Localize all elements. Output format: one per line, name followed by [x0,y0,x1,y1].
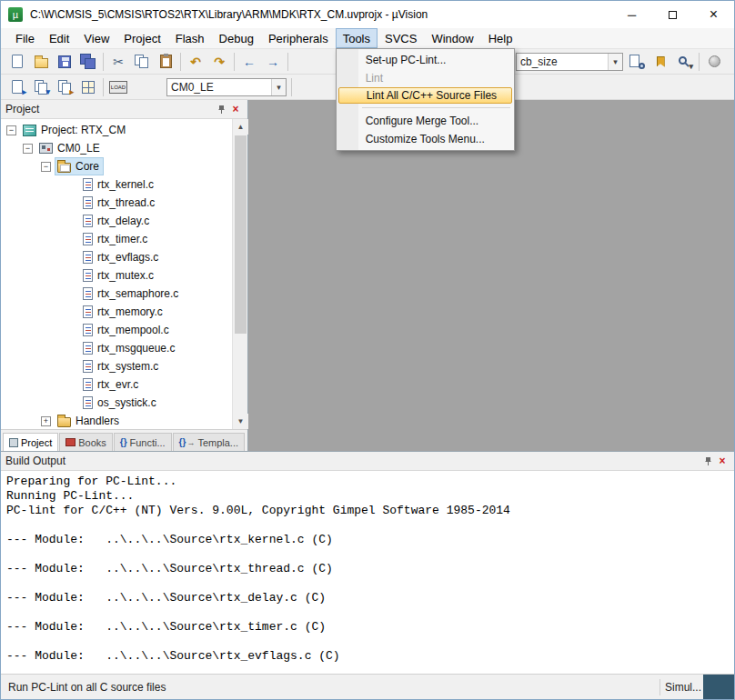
close-panel-button[interactable]: × [228,102,243,116]
c-file-icon [83,269,93,282]
save-button[interactable] [54,51,76,73]
build-arrow-icon: ▾ [45,88,50,96]
save-all-button[interactable] [77,51,99,73]
close-button[interactable]: × [693,1,734,28]
scrollbar-thumb[interactable] [235,135,247,334]
tree-item-label: os_systick.c [97,396,156,409]
menu-item-svcs[interactable]: SVCS [378,28,424,48]
find-input[interactable] [517,55,608,68]
bookmark-button[interactable] [649,51,671,73]
menu-item-file[interactable]: File [8,28,42,48]
tree-scrollbar[interactable]: ▲ ▼ [232,119,247,429]
menu-item-debug[interactable]: Debug [212,28,261,48]
navigate-forward-button[interactable]: → [262,51,284,73]
search-button[interactable]: ▾ [673,51,695,73]
menu-item-view[interactable]: View [76,28,116,48]
tree-item-file[interactable]: rtx_memory.c [1,303,232,321]
folder-closed-icon [57,417,71,427]
paste-icon [160,55,172,68]
build-output-body[interactable]: Preparing for PC-Lint... Running PC-Lint… [1,471,734,674]
build-output-line [6,518,729,533]
menu-item-lint-all-sources[interactable]: Lint All C/C++ Source Files [338,87,512,104]
menu-item-flash[interactable]: Flash [168,28,212,48]
menu-item-project[interactable]: Project [116,28,167,48]
build-button[interactable]: ▾ [30,76,52,98]
menu-item-tools[interactable]: Tools Set-up PC-Lint... Lint Lint All C/… [336,28,378,48]
maximize-button[interactable] [652,1,693,28]
tree-item-file[interactable]: rtx_thread.c [1,194,232,212]
redo-button[interactable]: ↷ [208,51,230,73]
tree-item-file[interactable]: os_systick.c [1,394,232,412]
tree-item-file[interactable]: rtx_semaphore.c [1,285,232,303]
find-in-files-button[interactable] [626,51,648,73]
download-button[interactable]: LOAD [107,76,129,98]
build-output-line: Running PC-Lint... [6,489,729,504]
target-icon [39,143,53,154]
scroll-up-button[interactable]: ▲ [233,119,248,135]
c-file-icon [83,233,93,245]
target-combo[interactable]: CM0_LE ▾ [166,78,287,96]
tree-item-file[interactable]: rtx_kernel.c [1,175,232,194]
tree-item-file[interactable]: rtx_evflags.c [1,248,232,266]
expand-toggle[interactable]: − [23,144,33,154]
tree-item-file[interactable]: rtx_msgqueue.c [1,339,232,357]
minimize-icon: ─ [628,8,636,22]
expand-toggle[interactable]: − [41,162,51,172]
menu-item-help[interactable]: Help [481,28,520,48]
find-combo[interactable]: ▾ [516,53,623,71]
tree-item-file[interactable]: rtx_delay.c [1,212,232,230]
tree-item-file[interactable]: rtx_system.c [1,357,232,375]
tree-item-file[interactable]: rtx_mutex.c [1,266,232,285]
menu-item-setup-pc-lint[interactable]: Set-up PC-Lint... [338,51,512,69]
open-file-button[interactable] [30,51,52,73]
find-combo-dropdown[interactable]: ▾ [608,54,622,70]
menu-item-configure-merge-tool[interactable]: Configure Merge Tool... [338,112,512,130]
tab-templates[interactable]: {} → Templa... [173,433,245,451]
build-output-line: Preparing for PC-Lint... [6,475,729,489]
paste-button[interactable] [155,51,176,73]
tree-item-file[interactable]: rtx_evr.c [1,375,232,394]
batch-build-button[interactable] [77,76,99,98]
tree-item-handlers-group[interactable]: + Handlers [1,412,232,429]
menu-item-customize-tools-menu[interactable]: Customize Tools Menu... [338,130,512,148]
tree-item-label: rtx_evflags.c [97,251,158,264]
tab-functions[interactable]: {} Functi... [114,433,172,451]
tree-item-label: rtx_evr.c [97,378,138,391]
expand-toggle[interactable]: + [41,416,51,426]
close-panel-button[interactable]: × [715,454,730,468]
c-file-icon [83,178,93,191]
pin-icon [703,456,713,466]
minimize-button[interactable]: ─ [611,1,652,28]
new-file-button[interactable] [6,51,28,73]
scroll-down-button[interactable]: ▼ [233,414,248,429]
tree-item-file[interactable]: rtx_mempool.c [1,321,232,339]
target-combo-value: CM0_LE [167,81,258,94]
toolbar-divider [103,53,104,71]
tree-item-file[interactable]: rtx_timer.c [1,230,232,248]
main-area: Project × − Project: RTX_CM − CM0_LE [1,100,734,452]
tree-item-target[interactable]: − CM0_LE [1,139,232,157]
cut-button[interactable]: ✂ [107,51,129,73]
tree-item-core-group[interactable]: − Core [1,157,232,175]
tab-project[interactable]: Project [3,433,58,451]
tree-item-project-root[interactable]: − Project: RTX_CM [1,121,232,139]
toolbar-divider [180,53,181,71]
menu-item-window[interactable]: Window [424,28,480,48]
build-output-title: Build Output [5,455,65,467]
c-file-icon [83,396,93,409]
target-combo-dropdown[interactable]: ▾ [271,79,286,95]
tree-item-label: Core [76,160,99,173]
copy-button[interactable] [131,51,153,73]
expand-toggle[interactable]: − [6,125,16,135]
rebuild-button[interactable]: ▸ [54,76,76,98]
scrollbar-track[interactable] [233,135,247,414]
undo-button[interactable]: ↶ [185,51,206,73]
menu-item-edit[interactable]: Edit [42,28,76,48]
navigate-back-button[interactable]: ← [238,51,260,73]
tab-books[interactable]: Books [59,433,113,451]
pin-panel-button[interactable] [214,102,228,116]
menu-item-peripherals[interactable]: Peripherals [261,28,336,48]
translate-button[interactable]: ▸ [6,76,28,98]
pin-panel-button[interactable] [700,454,715,468]
toolbar-divider [699,53,700,71]
